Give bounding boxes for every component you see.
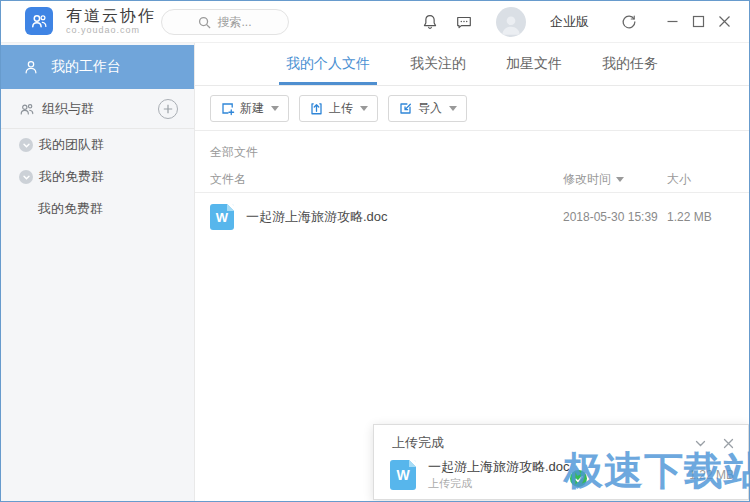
- close-button[interactable]: [711, 11, 737, 33]
- tab-bar: 我的个人文件 我关注的 加星文件 我的任务: [195, 43, 749, 86]
- popup-file-status: 上传完成: [428, 477, 570, 491]
- column-header-modified-label: 修改时间: [563, 171, 611, 188]
- popup-controls: [692, 435, 736, 451]
- collapse-chevron-icon: [19, 138, 33, 152]
- topbar-right: 企业版: [420, 7, 749, 37]
- close-popup-icon[interactable]: [720, 435, 736, 451]
- sidebar-item-label: 我的免费群: [39, 168, 104, 186]
- app-title-block: 有道云协作 co.youdao.com: [66, 7, 156, 35]
- sidebar-item-workspace[interactable]: 我的工作台: [1, 45, 194, 89]
- file-list-header: 文件名 修改时间 大小: [195, 167, 749, 193]
- file-name: 一起游上海旅游攻略.doc: [246, 208, 388, 226]
- import-button-label: 导入: [418, 100, 442, 117]
- sidebar-item-label: 我的团队群: [39, 136, 104, 154]
- import-icon: [398, 101, 413, 116]
- app-logo: 有道云协作 co.youdao.com: [25, 7, 156, 35]
- app-title: 有道云协作: [66, 7, 156, 25]
- file-row[interactable]: W 一起游上海旅游攻略.doc 2018-05-30 15:39 1.22 MB: [195, 193, 749, 241]
- notifications-bell-icon[interactable]: [420, 12, 440, 32]
- plus-icon: [163, 104, 173, 114]
- popup-title: 上传完成: [392, 434, 444, 452]
- messages-icon[interactable]: [454, 12, 474, 32]
- top-bar: 有道云协作 co.youdao.com 搜索...: [1, 1, 749, 43]
- new-file-icon: [220, 101, 235, 116]
- sidebar-item-team-groups[interactable]: 我的团队群: [1, 129, 194, 161]
- sidebar: 我的工作台 组织与群 我的团队群: [1, 43, 195, 502]
- file-modified-cell: 2018-05-30 15:39: [563, 210, 667, 224]
- add-group-button[interactable]: [158, 99, 178, 119]
- word-doc-icon: W: [210, 204, 234, 230]
- sidebar-item-free-groups[interactable]: 我的免费群: [1, 161, 194, 193]
- file-name-cell: W 一起游上海旅游攻略.doc: [210, 204, 563, 230]
- group-icon: [19, 101, 35, 117]
- tab-starred-files[interactable]: 加星文件: [504, 43, 564, 85]
- column-header-name[interactable]: 文件名: [210, 171, 563, 188]
- sidebar-item-free-group-child[interactable]: 我的免费群: [1, 193, 194, 225]
- dropdown-caret-icon: [271, 106, 279, 111]
- sidebar-item-organizations[interactable]: 组织与群: [1, 89, 194, 129]
- app-logo-icon: [25, 7, 53, 35]
- upload-icon: [309, 101, 324, 116]
- collapse-chevron-icon: [19, 170, 33, 184]
- sort-caret-icon: [616, 177, 624, 182]
- dropdown-caret-icon: [360, 106, 368, 111]
- new-button-label: 新建: [240, 100, 264, 117]
- tab-my-follows[interactable]: 我关注的: [408, 43, 468, 85]
- sidebar-item-label: 组织与群: [42, 100, 94, 118]
- search-input[interactable]: 搜索...: [161, 9, 289, 35]
- user-avatar[interactable]: [496, 7, 526, 37]
- person-icon: [23, 59, 39, 75]
- edition-badge[interactable]: 企业版: [550, 13, 589, 31]
- search-placeholder: 搜索...: [217, 14, 251, 31]
- word-doc-icon: W: [390, 460, 416, 490]
- popup-file-name: 一起游上海旅游攻略.doc: [428, 459, 570, 475]
- sidebar-item-label: 我的工作台: [51, 58, 121, 76]
- popup-file-size-wrap: 1.22 MB: [689, 468, 738, 482]
- people-icon: [29, 11, 49, 31]
- search-icon: [198, 16, 211, 29]
- column-header-size[interactable]: 大小: [667, 171, 734, 188]
- popup-file-row[interactable]: W 一起游上海旅游攻略.doc 上传完成 1.22 MB: [390, 459, 738, 491]
- minimize-button[interactable]: [659, 11, 685, 33]
- popup-file-size: 1.22 MB: [689, 468, 734, 482]
- success-check-icon: [570, 470, 587, 487]
- popup-header: 上传完成: [374, 425, 748, 452]
- tab-my-personal-files[interactable]: 我的个人文件: [284, 43, 372, 85]
- import-button[interactable]: 导入: [388, 95, 467, 122]
- app-window: 有道云协作 co.youdao.com 搜索...: [0, 0, 750, 502]
- tab-my-tasks[interactable]: 我的任务: [600, 43, 660, 85]
- upload-button[interactable]: 上传: [299, 95, 378, 122]
- breadcrumb[interactable]: 全部文件: [195, 131, 749, 167]
- collapse-popup-icon[interactable]: [692, 435, 708, 451]
- column-header-modified[interactable]: 修改时间: [563, 171, 667, 188]
- app-subtitle: co.youdao.com: [66, 26, 156, 36]
- file-size-cell: 1.22 MB: [667, 210, 734, 224]
- dropdown-caret-icon: [449, 106, 457, 111]
- upload-button-label: 上传: [329, 100, 353, 117]
- new-button[interactable]: 新建: [210, 95, 289, 122]
- popup-file-meta: 一起游上海旅游攻略.doc 上传完成: [428, 459, 570, 491]
- maximize-button[interactable]: [685, 11, 711, 33]
- sidebar-item-label: 我的免费群: [38, 200, 103, 218]
- upload-complete-popup: 上传完成 W 一起游上海旅游攻略.doc 上传完成 1.22 MB: [373, 424, 749, 500]
- refresh-icon[interactable]: [619, 12, 639, 32]
- toolbar: 新建 上传 导入: [195, 86, 749, 131]
